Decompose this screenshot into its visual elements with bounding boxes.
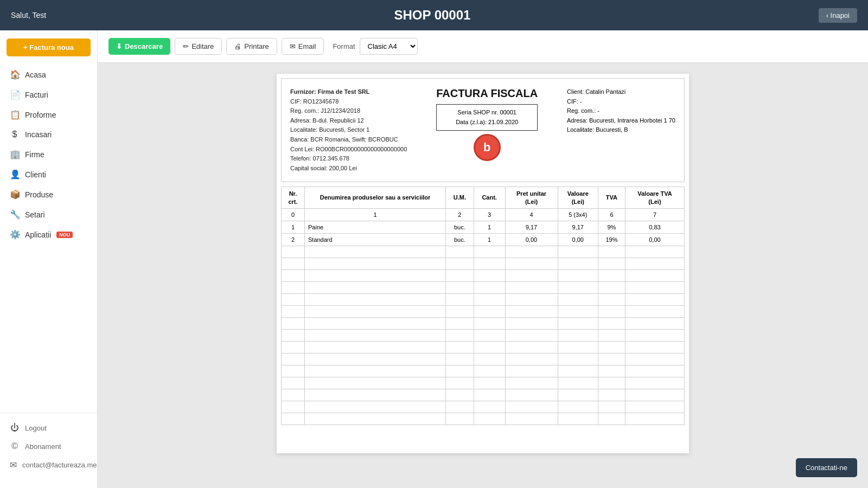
- cell-pret: 4: [505, 208, 558, 221]
- cell-val-tva: 0,00: [625, 233, 684, 246]
- table-row-empty: [282, 413, 685, 425]
- print-label: Printare: [244, 42, 269, 50]
- print-button[interactable]: 🖨 Printare: [226, 38, 277, 55]
- client-info: Client: Catalin Pantazi CIF: - Reg. com.…: [567, 87, 675, 135]
- box-icon: 📦: [10, 189, 20, 200]
- format-select[interactable]: Clasic A4 Modern A4 Minimal A4: [360, 38, 418, 55]
- sidebar-footer-label: contact@factureaza.me: [22, 461, 97, 469]
- supplier-reg: Reg. com.: J12/1234/2018: [290, 106, 407, 116]
- cell-valoare: 0,00: [558, 233, 598, 246]
- home-icon: 🏠: [10, 69, 20, 80]
- invoice-header: Furnizor: Firma de Test SRL CIF: RO12345…: [281, 78, 685, 182]
- sidebar-footer-label: Abonament: [25, 442, 61, 451]
- sidebar-item-label: Firme: [25, 150, 44, 159]
- subscription-icon: ©: [10, 441, 20, 451]
- toolbar: ⬇ Descarcare ✏ Editare 🖨 Printare ✉ Emai…: [98, 30, 868, 63]
- col-valoare: Valoare(Lei): [558, 187, 598, 209]
- sidebar-item-acasa[interactable]: 🏠 Acasa: [0, 65, 97, 85]
- col-pret: Pret unitar(Lei): [505, 187, 558, 209]
- cell-nr: 1: [282, 221, 305, 233]
- col-um: U.M.: [446, 187, 474, 209]
- table-row-empty: [282, 401, 685, 413]
- gear-icon: ⚙️: [10, 229, 20, 240]
- edit-label: Editare: [192, 42, 214, 50]
- sidebar-item-label: Proforme: [25, 111, 56, 119]
- back-button[interactable]: ‹ Inapoi: [819, 8, 857, 23]
- sidebar-item-incasari[interactable]: $ Incasari: [0, 125, 97, 144]
- sidebar-item-clienti[interactable]: 👤 Clienti: [0, 164, 97, 184]
- person-icon: 👤: [10, 169, 20, 179]
- edit-icon: ✏: [183, 42, 189, 50]
- contact-button[interactable]: Contactati-ne: [796, 458, 857, 477]
- table-row-empty: [282, 389, 685, 401]
- cell-valoare: 5 (3x4): [558, 208, 598, 221]
- navbar: Salut, Test SHOP 00001 ‹ Inapoi: [0, 0, 868, 30]
- table-row-empty: [282, 341, 685, 353]
- table-header-row: Nr.crt. Denumirea produselor sau a servi…: [282, 187, 685, 209]
- company-logo: b: [474, 134, 501, 161]
- col-tva: TVA: [598, 187, 625, 209]
- invoice-data: Data (z.l.a): 21.09.2020: [443, 118, 531, 127]
- sidebar-item-setari[interactable]: 🔧 Setari: [0, 204, 97, 224]
- sidebar-item-abonament[interactable]: © Abonament: [0, 437, 97, 455]
- supplier-name: Furnizor: Firma de Test SRL: [290, 87, 407, 97]
- table-row-empty: [282, 293, 685, 305]
- email-icon: ✉: [290, 42, 296, 50]
- invoice-table: Nr.crt. Denumirea produselor sau a servi…: [281, 187, 685, 425]
- download-button[interactable]: ⬇ Descarcare: [108, 38, 170, 55]
- supplier-banca: Banca: BCR Romania, Swift: BCROBUC: [290, 135, 407, 145]
- main-layout: + Factura noua 🏠 Acasa 📄 Facturi 📋 Profo…: [0, 30, 868, 488]
- col-val-tva: Valoare TVA(Lei): [625, 187, 684, 209]
- building-icon: 🏢: [10, 149, 20, 159]
- sidebar: + Factura noua 🏠 Acasa 📄 Facturi 📋 Profo…: [0, 30, 98, 488]
- sidebar-item-aplicatii[interactable]: ⚙️ Aplicatii NOU: [0, 224, 97, 245]
- cell-pret: 9,17: [505, 221, 558, 233]
- sidebar-item-label: Aplicatii: [25, 230, 51, 239]
- sidebar-item-label: Incasari: [25, 130, 52, 139]
- cell-cant: 1: [474, 233, 505, 246]
- email-label: Email: [298, 42, 316, 50]
- supplier-cif: CIF: RO12345678: [290, 97, 407, 107]
- sidebar-item-produse[interactable]: 📦 Produse: [0, 184, 97, 204]
- table-row-0: 0 1 2 3 4 5 (3x4) 6 7: [282, 208, 685, 221]
- sidebar-item-firme[interactable]: 🏢 Firme: [0, 144, 97, 164]
- table-row-empty: [282, 365, 685, 377]
- cell-val-tva: 0,83: [625, 221, 684, 233]
- col-nr: Nr.crt.: [282, 187, 305, 209]
- cell-cant: 3: [474, 208, 505, 221]
- new-badge: NOU: [56, 232, 73, 238]
- invoice-container: Furnizor: Firma de Test SRL CIF: RO12345…: [98, 63, 868, 464]
- sidebar-item-contact-email[interactable]: ✉ contact@factureaza.me: [0, 455, 97, 474]
- sidebar-item-label: Produse: [25, 190, 53, 199]
- cell-denumire: Paine: [304, 221, 445, 233]
- table-row-empty: [282, 281, 685, 293]
- table-row-empty: [282, 317, 685, 329]
- sidebar-item-logout[interactable]: ⏻ Logout: [0, 419, 97, 437]
- sidebar-item-facturi[interactable]: 📄 Facturi: [0, 85, 97, 105]
- sidebar-nav: 🏠 Acasa 📄 Facturi 📋 Proforme $ Incasari …: [0, 65, 97, 413]
- client-reg: Reg. com.: -: [567, 106, 675, 116]
- sidebar-item-label: Acasa: [25, 70, 46, 79]
- table-row-empty: [282, 269, 685, 281]
- sidebar-footer-label: Logout: [25, 424, 47, 432]
- cell-nr: 2: [282, 233, 305, 246]
- email-button[interactable]: ✉ Email: [282, 38, 324, 55]
- logo-text: b: [483, 140, 490, 155]
- cell-denumire: 1: [304, 208, 445, 221]
- new-invoice-button[interactable]: + Factura noua: [7, 38, 91, 56]
- content-area: ⬇ Descarcare ✏ Editare 🖨 Printare ✉ Emai…: [98, 30, 868, 488]
- sidebar-item-proforme[interactable]: 📋 Proforme: [0, 105, 97, 125]
- table-row-empty: [282, 305, 685, 317]
- supplier-adresa: Adresa: B-dul. Republicii 12: [290, 116, 407, 126]
- cell-um: buc.: [446, 233, 474, 246]
- supplier-telefon: Telefon: 0712.345.678: [290, 154, 407, 164]
- cell-tva: 9%: [598, 221, 625, 233]
- client-cif: CIF: -: [567, 97, 675, 107]
- download-label: Descarcare: [125, 42, 163, 50]
- cell-tva: 19%: [598, 233, 625, 246]
- cell-val-tva: 7: [625, 208, 684, 221]
- edit-button[interactable]: ✏ Editare: [175, 38, 222, 55]
- table-row-empty: [282, 329, 685, 341]
- cell-cant: 1: [474, 221, 505, 233]
- invoice-title: FACTURA FISCALA: [436, 87, 538, 100]
